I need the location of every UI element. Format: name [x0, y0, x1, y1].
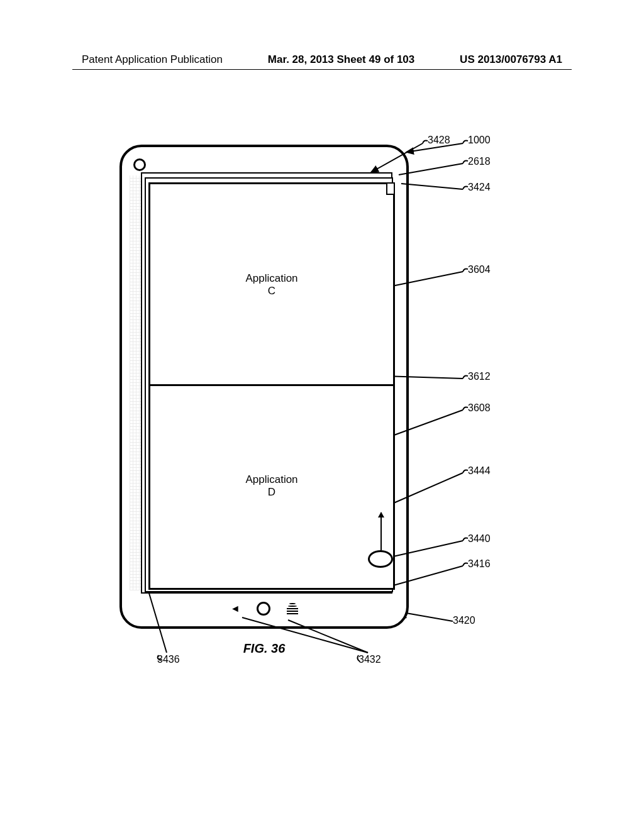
label-3440: 3440 — [468, 533, 491, 545]
svg-line-3 — [401, 184, 463, 189]
label-3604: 3604 — [468, 264, 491, 275]
label-3420: 3420 — [453, 615, 475, 626]
label-3424: 3424 — [468, 182, 491, 193]
tablet-outline: Application C Application D ◄ — [119, 145, 409, 629]
page-header: Patent Application Publication Mar. 28, … — [0, 53, 644, 66]
app-d-line1: Application — [150, 473, 393, 486]
label-2618: 2618 — [468, 156, 491, 167]
pub-number: US 2013/0076793 A1 — [460, 53, 562, 66]
label-3608: 3608 — [468, 402, 491, 414]
touch-point-icon — [368, 550, 393, 568]
back-arrow-icon[interactable]: ◄ — [230, 603, 240, 614]
label-3428: 3428 — [428, 135, 450, 146]
app-c-line1: Application — [150, 272, 393, 285]
app-c-label: Application C — [150, 272, 393, 297]
left-dot-grid — [130, 175, 141, 590]
app-d-label: Application D — [150, 473, 393, 499]
bottom-controls: ◄ — [122, 597, 406, 620]
window-divider — [150, 384, 393, 386]
split-window: Application C Application D — [148, 182, 395, 590]
pub-type: Patent Application Publication — [82, 53, 223, 66]
app-d-line2: D — [150, 486, 393, 499]
label-1000: 1000 — [468, 135, 491, 146]
gesture-arrow-icon — [380, 512, 382, 550]
menu-icon[interactable] — [287, 603, 298, 614]
figure-area: 3428 1000 2618 3424 3604 3612 3608 3444 … — [119, 138, 497, 685]
home-button-icon[interactable] — [257, 602, 270, 616]
header-rule — [72, 69, 572, 70]
svg-line-10 — [406, 613, 453, 621]
label-3444: 3444 — [468, 465, 491, 477]
label-3416: 3416 — [468, 558, 491, 570]
label-3612: 3612 — [468, 371, 491, 382]
figure-caption: FIG. 36 — [119, 641, 409, 656]
scrollbar-indicator — [386, 182, 395, 195]
camera-icon — [133, 158, 146, 171]
app-c-line2: C — [150, 285, 393, 297]
pub-date-sheet: Mar. 28, 2013 Sheet 49 of 103 — [268, 53, 414, 66]
